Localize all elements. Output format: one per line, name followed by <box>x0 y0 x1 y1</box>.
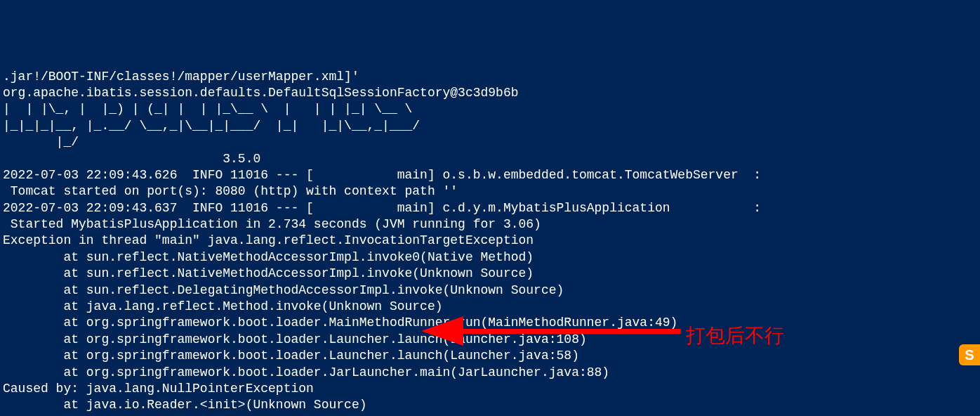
annotation-arrow <box>421 320 688 341</box>
terminal-line: at java.io.Reader.<init>(Unknown Source) <box>3 397 977 413</box>
terminal-line: at org.springframework.boot.loader.JarLa… <box>3 365 977 381</box>
terminal-line: org.apache.ibatis.session.defaults.Defau… <box>3 85 977 101</box>
terminal-line: .jar!/BOOT-INF/classes!/mapper/userMappe… <box>3 69 977 85</box>
terminal-line: at java.lang.reflect.Method.invoke(Unkno… <box>3 299 977 315</box>
terminal-line: at sun.reflect.DelegatingMethodAccessorI… <box>3 282 977 299</box>
annotation-label: 打包后不行 <box>686 323 784 349</box>
terminal-line: 2022-07-03 22:09:43.637 INFO 11016 --- [… <box>3 200 977 216</box>
terminal-line: Exception in thread "main" java.lang.ref… <box>3 233 977 249</box>
terminal-line: |_|_|_|__, |_.__/ \__,_|\__|_|___/ |_| |… <box>3 118 977 134</box>
terminal-line: at sun.reflect.NativeMethodAccessorImpl.… <box>3 266 977 282</box>
sublime-icon[interactable]: S <box>959 344 980 365</box>
terminal-line: at org.springframework.boot.loader.Launc… <box>3 348 977 364</box>
terminal-line: 3.5.0 <box>3 151 977 167</box>
terminal-output: .jar!/BOOT-INF/classes!/mapper/userMappe… <box>3 69 977 416</box>
terminal-line: Caused by: java.lang.NullPointerExceptio… <box>3 381 977 397</box>
terminal-line: at sun.reflect.NativeMethodAccessorImpl.… <box>3 249 977 266</box>
terminal-line: | | |\_, | |_) | (_| | | |_\__ \ | | | |… <box>3 101 977 117</box>
terminal-line: Started MybatisPlusApplication in 2.734 … <box>3 216 977 233</box>
terminal-line: |_/ <box>3 134 977 150</box>
terminal-line: Tomcat started on port(s): 8080 (http) w… <box>3 183 977 200</box>
terminal-line: 2022-07-03 22:09:43.626 INFO 11016 --- [… <box>3 167 977 183</box>
